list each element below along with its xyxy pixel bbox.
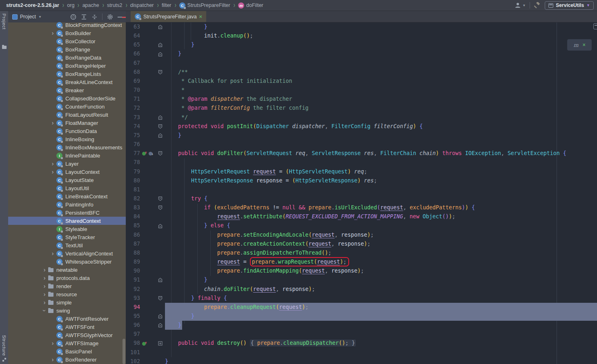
tree-item-whitespacestripper[interactable]: CWhitespaceStripper [8, 257, 126, 266]
expand-right-icon[interactable] [41, 268, 48, 272]
fold-up-icon[interactable] [155, 133, 165, 138]
tree-item-styleable[interactable]: IStyleable [8, 225, 126, 233]
tree-item-persistentbfc[interactable]: CPersistentBFC [8, 209, 126, 217]
tree-item-breakatlinecontext[interactable]: CBreakAtLineContext [8, 78, 126, 86]
tool-stripe-structure[interactable]: Structure [2, 335, 7, 362]
tree-item-counterfunction[interactable]: CCounterFunction [8, 102, 126, 111]
editor-tab[interactable]: C StrutsPrepareFilter.java [131, 11, 206, 22]
tree-item-render[interactable]: render [8, 282, 126, 290]
expand-right-icon[interactable] [41, 300, 48, 304]
tree-item-resource[interactable]: resource [8, 290, 126, 298]
tree-item-boxrange[interactable]: CBoxRange [8, 45, 126, 53]
tree-item-styletracker[interactable]: CStyleTracker [8, 233, 126, 241]
tree-item-boxrangehelper[interactable]: CBoxRangeHelper [8, 62, 126, 70]
expand-right-icon[interactable] [49, 251, 56, 255]
tree-item-awtfsfont[interactable]: CAWTFSFont [8, 323, 126, 331]
close-icon[interactable] [199, 14, 203, 19]
tree-item-layoutcontext[interactable]: CLayoutContext [8, 168, 126, 176]
tree-item-layoutstate[interactable]: CLayoutState [8, 176, 126, 184]
tree-item-sharedcontext[interactable]: CSharedContext [8, 217, 126, 225]
expand-all-icon[interactable] [81, 14, 87, 20]
tree-item-inlinepaintable[interactable]: IInlinePaintable [8, 151, 126, 160]
tree-item-inlineboxing[interactable]: CInlineBoxing [8, 135, 126, 143]
folded-code-region[interactable]: { prepare.cleanupDispatcher(); } [250, 340, 356, 346]
tree-item-boxrangedata[interactable]: CBoxRangeData [8, 53, 126, 62]
collapse-all-icon[interactable] [91, 14, 98, 20]
tree-item-newtable[interactable]: newtable [8, 266, 126, 274]
fold-up-icon[interactable] [155, 42, 165, 47]
tree-item-layer[interactable]: CLayer [8, 160, 126, 168]
breadcrumb-item[interactable]: CStrutsPrepareFilter [179, 2, 230, 9]
expand-right-icon[interactable] [41, 284, 48, 288]
tree-item-awtfsimage[interactable]: CAWTFSImage [8, 339, 126, 347]
tree-item-boxrangelists[interactable]: CBoxRangeLists [8, 70, 126, 78]
is-overridden-icon[interactable]: ↓ [149, 151, 154, 156]
tree-item-basicpanel[interactable]: CBasicPanel [8, 347, 126, 355]
tree-item-boxcollector[interactable]: CBoxCollector [8, 37, 126, 45]
breadcrumb-item[interactable]: filter [162, 2, 172, 8]
chevron-down-icon[interactable]: ▼ [38, 15, 42, 19]
expand-down-icon[interactable] [41, 309, 48, 313]
fold-down-icon[interactable] [155, 151, 165, 156]
fold-up-icon[interactable] [155, 314, 165, 319]
tree-item-floatmanager[interactable]: CFloatManager [8, 119, 126, 127]
build-hammer-icon[interactable] [534, 2, 541, 9]
fold-up-icon[interactable] [155, 115, 165, 120]
tree-item-awtfontresolver[interactable]: CAWTFontResolver [8, 315, 126, 323]
tree-item-collapsedborderside[interactable]: CCollapsedBorderSide [8, 94, 126, 102]
tree-scrollbar-thumb[interactable] [123, 339, 125, 364]
fold-down-icon[interactable] [155, 205, 165, 210]
fold-down-icon[interactable] [155, 124, 165, 129]
expand-right-icon[interactable] [41, 276, 48, 280]
overrides-method-icon[interactable]: ↑ [142, 341, 148, 346]
user-account-icon[interactable]: ▼ [515, 2, 526, 9]
tree-item-boxbuilder[interactable]: CBoxBuilder [8, 29, 126, 37]
close-icon[interactable] [583, 42, 586, 48]
expand-right-icon[interactable] [49, 162, 56, 166]
tree-item-layoututil[interactable]: CLayoutUtil [8, 184, 126, 192]
tree-item-breaker[interactable]: CBreaker [8, 86, 126, 94]
expand-right-icon[interactable] [41, 292, 48, 296]
tree-item-verticalaligncontext[interactable]: CVerticalAlignContext [8, 249, 126, 257]
breadcrumb-item[interactable]: org [67, 2, 74, 8]
fold-down-icon[interactable] [155, 196, 165, 201]
tree-item-paintinginfo[interactable]: CPaintingInfo [8, 200, 126, 209]
fold-down-icon[interactable] [155, 296, 165, 301]
expand-right-icon[interactable] [49, 357, 56, 362]
expand-right-icon[interactable] [49, 341, 56, 345]
tree-item-awtfsglyphvector[interactable]: CAWTFSGlyphVector [8, 331, 126, 339]
fold-up-icon[interactable] [155, 24, 165, 29]
expand-right-icon[interactable] [49, 121, 56, 125]
breadcrumb-item[interactable]: apache [82, 2, 99, 8]
settings-gear-icon[interactable] [107, 14, 113, 20]
tree-item-functiondata[interactable]: CFunctionData [8, 127, 126, 135]
overrides-method-icon[interactable]: ↑ [142, 151, 148, 156]
fold-up-icon[interactable] [155, 224, 165, 229]
tree-item-label: FloatLayoutResult [65, 112, 108, 118]
fold-down-icon[interactable] [155, 70, 165, 75]
fold-up-icon[interactable] [155, 323, 165, 328]
breadcrumb-item[interactable]: struts2-core-2.5.26.jar [6, 2, 59, 8]
tree-item-protocols-data[interactable]: protocols.data [8, 274, 126, 282]
method-generate-icon[interactable]: m [573, 42, 578, 48]
expand-right-icon[interactable] [49, 31, 56, 35]
locate-file-icon[interactable] [70, 14, 76, 20]
tree-item-boxrenderer[interactable]: CBoxRenderer [8, 355, 126, 364]
tree-item-linebreakcontext[interactable]: CLineBreakContext [8, 192, 126, 200]
tree-item-swing[interactable]: swing [8, 306, 126, 315]
tree-item-blockformattingcontext[interactable]: CBlockFormattingContext [8, 21, 126, 29]
tree-item-textutil[interactable]: CTextUtil [8, 241, 126, 249]
tool-stripe-project[interactable]: Project [2, 13, 7, 49]
fold-up-icon[interactable] [155, 277, 165, 282]
tree-item-inlineboxmeasurements[interactable]: CInlineBoxMeasurements [8, 143, 126, 151]
expand-right-icon[interactable] [49, 170, 56, 174]
editor-corner-icon[interactable] [593, 23, 597, 29]
breadcrumb-item[interactable]: mdoFilter [238, 2, 263, 9]
fold-plus-icon[interactable] [155, 341, 165, 346]
tree-item-simple[interactable]: simple [8, 298, 126, 306]
fold-up-icon[interactable] [155, 52, 165, 57]
run-configuration-select[interactable]: ServiceUtils ▼ [545, 1, 594, 10]
breadcrumb-item[interactable]: dispatcher [130, 2, 154, 8]
breadcrumb-item[interactable]: struts2 [107, 2, 123, 8]
tree-item-floatlayoutresult[interactable]: CFloatLayoutResult [8, 111, 126, 119]
